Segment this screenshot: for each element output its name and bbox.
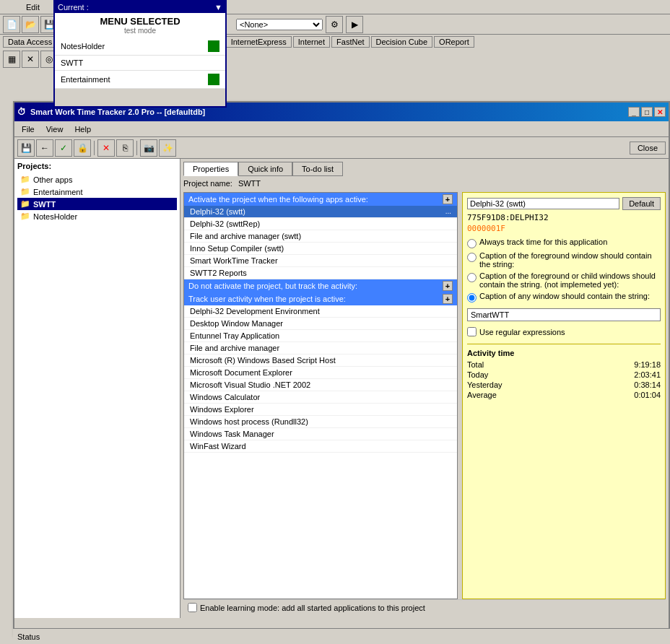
app-check-btn[interactable]: ✓ [55,139,72,157]
titlebar-buttons: _ □ ✕ [628,107,666,117]
project-name-value: SWTT [238,179,261,188]
list-item-entunnel[interactable]: Entunnel Tray Application [184,330,457,342]
dots-btn[interactable]: ... [445,207,451,215]
tab-oreport[interactable]: OReport [434,36,474,48]
popup-item-2[interactable]: SWTT [55,56,225,71]
list-item-smart-worktime[interactable]: Smart WorkTime Tracker [184,255,457,267]
add-noactivate-btn[interactable]: + [443,281,453,291]
regex-row: Use regular expressions [467,327,661,336]
tab-internetexpress[interactable]: InternetExpress [226,36,292,48]
list-item-ms-script[interactable]: Microsoft (R) Windows Based Script Host [184,354,457,367]
radio-caption-fg: Caption of the foreground window should … [467,251,661,269]
app-photo-btn[interactable]: 📷 [140,139,157,157]
activity-total-label: Total [467,360,484,369]
app-save-btn[interactable]: 💾 [17,139,35,157]
activity-today-value: 2:03:41 [634,370,661,379]
list-item-ms-docexplorer[interactable]: Microsoft Document Explorer [184,367,457,379]
app-icon: ⏱ [17,107,26,117]
list-item-desktop-wm[interactable]: Desktop Window Manager [184,318,457,330]
regex-label: Use regular expressions [479,328,565,336]
app-toolbar: 💾 ← ✓ 🔒 ✕ ⎘ 📷 ✨ Close [14,137,669,159]
list-item-vs-net[interactable]: Microsoft Visual Studio .NET 2002 [184,379,457,391]
project-notesholder[interactable]: 📁 NotesHolder [17,210,177,222]
app-delete-btn[interactable]: ✕ [97,139,115,157]
ide-menu-edit[interactable]: Edit [23,3,43,12]
enable-learning-checkbox[interactable] [188,603,197,612]
popup-item-1[interactable]: NotesHolder [55,38,225,56]
radio-child-input[interactable] [467,273,477,282]
section-track-label: Track user activity when the project is … [188,295,346,303]
list-item-rundll[interactable]: Windows host process (Rundll32) [184,416,457,428]
list-item-winfast[interactable]: WinFast Wizard [184,440,457,453]
activity-total-row: Total 9:19:18 [467,360,661,369]
app-magic-btn[interactable]: ✨ [159,139,176,157]
section-noactivate-header: Do not activate the project, but track t… [184,279,457,292]
close-button[interactable]: Close [630,142,666,155]
regex-checkbox[interactable] [467,327,477,336]
minimize-btn[interactable]: _ [628,107,640,117]
tab-fastnet[interactable]: FastNet [331,36,370,48]
item-label-file-archive: File and archive manager [190,344,279,352]
tab-quick-info[interactable]: Quick info [238,162,292,176]
app-copy-btn[interactable]: ⎘ [116,139,134,157]
radio-always-label: Always track time for this application [479,238,607,246]
list-item-delphi32-dev[interactable]: Delphi-32 Development Environment [184,305,457,318]
tab-data-access[interactable]: Data Access [3,36,57,48]
list-item-file-archive-swtt[interactable]: File and archive manager (swtt) [184,230,457,243]
section-activate-header: Activate the project when the following … [184,193,457,206]
props-area: Activate the project when the following … [183,192,666,599]
close-titlebar-btn[interactable]: ✕ [654,107,666,117]
add-activate-btn[interactable]: + [443,194,453,204]
props-btn[interactable]: ⚙ [326,16,343,33]
project-swtt[interactable]: 📁 SWTT [17,198,177,210]
list-item-delphi32-swtt[interactable]: Delphi-32 (swtt) ... [184,206,457,218]
run-btn[interactable]: ▶ [346,16,363,33]
activity-section: Activity time Total 9:19:18 Today 2:03:4… [467,344,661,399]
popup-dropdown-icon[interactable]: ▼ [214,3,222,12]
app-lock-btn[interactable]: 🔒 [74,139,91,157]
app-menubar: File View Help [14,121,669,137]
item-label-ms-docexplorer: Microsoft Document Explorer [190,368,292,377]
none-dropdown[interactable]: <None> [236,19,323,30]
t2-btn2[interactable]: ✕ [22,51,39,68]
list-item-calc[interactable]: Windows Calculator [184,391,457,404]
app-name-input[interactable] [467,198,619,209]
item-label-winfast: WinFast Wizard [190,442,246,451]
list-item-swtt2-reports[interactable]: SWTT2 Reports [184,267,457,279]
item-label-inno-setup: Inno Setup Compiler (swtt) [190,244,284,253]
add-track-btn[interactable]: + [443,294,453,304]
string-match-input[interactable] [467,308,661,321]
project-swtt-label: SWTT [33,200,56,209]
list-item-delphi32-swttrep[interactable]: Delphi-32 (swttRep) [184,218,457,230]
maximize-btn[interactable]: □ [641,107,653,117]
tab-properties[interactable]: Properties [183,162,238,176]
tab-decision-cube[interactable]: Decision Cube [371,36,433,48]
ide-new-btn[interactable]: 📄 [3,16,20,33]
project-entertainment[interactable]: 📁 Entertainment [17,186,177,198]
list-item-taskmgr[interactable]: Windows Task Manager [184,428,457,440]
default-button[interactable]: Default [622,197,661,210]
radio-fg-label: Caption of the foreground window should … [479,251,661,269]
list-item-explorer[interactable]: Windows Explorer [184,404,457,416]
radio-fg-input[interactable] [467,253,477,262]
popup-item-3[interactable]: Entertainment [55,71,225,89]
list-item-file-archive[interactable]: File and archive manager [184,342,457,354]
radio-any-input[interactable] [467,293,477,303]
menu-help[interactable]: Help [70,123,95,135]
folder-swtt-icon: 📁 [20,199,30,209]
app-window: ⏱ Smart Work Time Tracker 2.0 Pro -- [de… [13,101,670,635]
radio-always-track: Always track time for this application [467,238,661,248]
tab-todo[interactable]: To-do list [292,162,343,176]
app-sep1 [94,141,95,155]
radio-always-input[interactable] [467,239,477,248]
t2-btn1[interactable]: ▦ [3,51,20,68]
tab-internet[interactable]: Internet [293,36,330,48]
menu-file[interactable]: File [17,123,39,135]
activity-total-value: 9:19:18 [634,360,661,369]
ide-open-btn[interactable]: 📂 [22,16,39,33]
list-item-inno-setup[interactable]: Inno Setup Compiler (swtt) [184,243,457,255]
item-label-ms-script: Microsoft (R) Windows Based Script Host [190,356,336,365]
app-back-btn[interactable]: ← [36,139,53,157]
project-other-apps[interactable]: 📁 Other apps [17,173,177,186]
menu-view[interactable]: View [42,123,68,135]
